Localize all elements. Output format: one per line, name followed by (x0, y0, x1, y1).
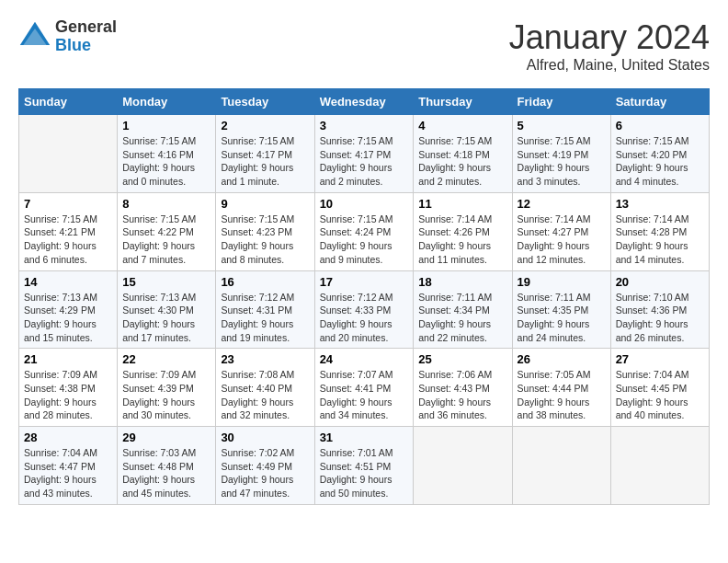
sunset-text: Sunset: 4:22 PM (122, 226, 194, 237)
calendar-cell: 12 Sunrise: 7:14 AM Sunset: 4:27 PM Dayl… (512, 192, 610, 270)
day-number: 9 (221, 197, 309, 211)
day-number: 29 (122, 431, 210, 444)
sunset-text: Sunset: 4:38 PM (24, 383, 96, 394)
sunset-text: Sunset: 4:19 PM (518, 149, 589, 160)
day-number: 5 (518, 119, 606, 132)
sunset-text: Sunset: 4:43 PM (418, 383, 490, 394)
sunset-text: Sunset: 4:18 PM (418, 149, 490, 160)
daylight-text: Daylight: 9 hours and 20 minutes. (320, 318, 392, 343)
sunrise-text: Sunrise: 7:11 AM (518, 292, 591, 303)
daylight-text: Daylight: 9 hours and 32 minutes. (221, 396, 293, 421)
sunset-text: Sunset: 4:51 PM (320, 461, 392, 472)
cell-content: Sunrise: 7:09 AM Sunset: 4:38 PM Dayligh… (24, 368, 112, 422)
daylight-text: Daylight: 9 hours and 24 minutes. (518, 318, 590, 343)
day-number: 17 (320, 275, 409, 289)
calendar-cell: 16 Sunrise: 7:12 AM Sunset: 4:31 PM Dayl… (216, 270, 314, 349)
sunrise-text: Sunrise: 7:13 AM (24, 292, 97, 303)
sunset-text: Sunset: 4:31 PM (221, 304, 292, 316)
calendar-cell: 15 Sunrise: 7:13 AM Sunset: 4:30 PM Dayl… (118, 270, 216, 349)
daylight-text: Daylight: 9 hours and 30 minutes. (122, 396, 195, 421)
calendar-cell: 21 Sunrise: 7:09 AM Sunset: 4:38 PM Dayl… (19, 349, 118, 427)
cell-content: Sunrise: 7:07 AM Sunset: 4:41 PM Dayligh… (320, 368, 409, 422)
daylight-text: Daylight: 9 hours and 3 minutes. (518, 162, 590, 187)
cell-content: Sunrise: 7:03 AM Sunset: 4:48 PM Dayligh… (122, 446, 210, 500)
sunrise-text: Sunrise: 7:07 AM (320, 369, 393, 380)
daylight-text: Daylight: 9 hours and 45 minutes. (122, 474, 195, 499)
cell-content: Sunrise: 7:12 AM Sunset: 4:31 PM Dayligh… (221, 291, 309, 345)
calendar-cell: 9 Sunrise: 7:15 AM Sunset: 4:23 PM Dayli… (216, 192, 314, 270)
cell-content: Sunrise: 7:15 AM Sunset: 4:24 PM Dayligh… (320, 213, 409, 267)
daylight-text: Daylight: 9 hours and 50 minutes. (320, 474, 392, 499)
cell-content: Sunrise: 7:02 AM Sunset: 4:49 PM Dayligh… (221, 446, 309, 500)
month-title: January 2024 (509, 18, 710, 57)
sunrise-text: Sunrise: 7:02 AM (221, 447, 294, 458)
cell-content: Sunrise: 7:10 AM Sunset: 4:36 PM Dayligh… (616, 291, 704, 345)
sunrise-text: Sunrise: 7:15 AM (122, 213, 196, 224)
calendar-cell (414, 427, 512, 505)
location-text: Alfred, Maine, United States (509, 57, 710, 74)
cell-content: Sunrise: 7:06 AM Sunset: 4:43 PM Dayligh… (418, 368, 506, 422)
daylight-text: Daylight: 9 hours and 36 minutes. (418, 396, 491, 421)
calendar-cell: 26 Sunrise: 7:05 AM Sunset: 4:44 PM Dayl… (512, 349, 610, 427)
sunset-text: Sunset: 4:29 PM (24, 304, 96, 316)
calendar-cell: 31 Sunrise: 7:01 AM Sunset: 4:51 PM Dayl… (314, 427, 414, 505)
sunrise-text: Sunrise: 7:04 AM (24, 447, 97, 458)
calendar-cell: 5 Sunrise: 7:15 AM Sunset: 4:19 PM Dayli… (512, 115, 610, 193)
daylight-text: Daylight: 9 hours and 7 minutes. (122, 240, 195, 265)
logo: General Blue (18, 18, 117, 55)
daylight-text: Daylight: 9 hours and 12 minutes. (518, 240, 590, 265)
sunrise-text: Sunrise: 7:05 AM (518, 369, 591, 380)
calendar-cell (19, 115, 118, 193)
cell-content: Sunrise: 7:13 AM Sunset: 4:30 PM Dayligh… (122, 291, 210, 345)
calendar-cell: 20 Sunrise: 7:10 AM Sunset: 4:36 PM Dayl… (610, 270, 709, 349)
cell-content: Sunrise: 7:09 AM Sunset: 4:39 PM Dayligh… (122, 368, 210, 422)
header-wednesday: Wednesday (314, 89, 414, 115)
day-number: 13 (616, 197, 704, 211)
daylight-text: Daylight: 9 hours and 2 minutes. (320, 162, 392, 187)
calendar-cell (610, 427, 709, 505)
sunset-text: Sunset: 4:47 PM (24, 461, 96, 472)
daylight-text: Daylight: 9 hours and 6 minutes. (24, 240, 97, 265)
cell-content: Sunrise: 7:05 AM Sunset: 4:44 PM Dayligh… (518, 368, 606, 422)
sunset-text: Sunset: 4:27 PM (518, 226, 589, 237)
daylight-text: Daylight: 9 hours and 2 minutes. (418, 162, 491, 187)
daylight-text: Daylight: 9 hours and 17 minutes. (122, 318, 195, 343)
cell-content: Sunrise: 7:11 AM Sunset: 4:35 PM Dayligh… (518, 291, 606, 345)
sunset-text: Sunset: 4:20 PM (616, 149, 688, 160)
cell-content: Sunrise: 7:13 AM Sunset: 4:29 PM Dayligh… (24, 291, 112, 345)
cell-content: Sunrise: 7:15 AM Sunset: 4:18 PM Dayligh… (418, 134, 506, 189)
day-number: 15 (122, 275, 210, 289)
cell-content: Sunrise: 7:14 AM Sunset: 4:28 PM Dayligh… (616, 213, 704, 267)
calendar-table: Sunday Monday Tuesday Wednesday Thursday… (18, 88, 710, 505)
calendar-cell: 8 Sunrise: 7:15 AM Sunset: 4:22 PM Dayli… (118, 192, 216, 270)
calendar-week-3: 14 Sunrise: 7:13 AM Sunset: 4:29 PM Dayl… (19, 270, 710, 349)
sunset-text: Sunset: 4:16 PM (122, 149, 194, 160)
day-number: 20 (616, 275, 704, 289)
logo-icon (18, 20, 51, 53)
calendar-cell: 18 Sunrise: 7:11 AM Sunset: 4:34 PM Dayl… (414, 270, 512, 349)
sunset-text: Sunset: 4:35 PM (518, 304, 589, 316)
daylight-text: Daylight: 9 hours and 34 minutes. (320, 396, 392, 421)
sunrise-text: Sunrise: 7:15 AM (518, 135, 591, 146)
sunrise-text: Sunrise: 7:12 AM (320, 292, 393, 303)
calendar-cell: 29 Sunrise: 7:03 AM Sunset: 4:48 PM Dayl… (118, 427, 216, 505)
sunrise-text: Sunrise: 7:11 AM (418, 292, 492, 303)
sunrise-text: Sunrise: 7:06 AM (418, 369, 492, 380)
day-number: 22 (122, 352, 210, 366)
day-number: 16 (221, 275, 309, 289)
sunrise-text: Sunrise: 7:15 AM (616, 135, 689, 146)
daylight-text: Daylight: 9 hours and 28 minutes. (24, 396, 97, 421)
header-monday: Monday (118, 89, 216, 115)
cell-content: Sunrise: 7:01 AM Sunset: 4:51 PM Dayligh… (320, 446, 409, 500)
sunrise-text: Sunrise: 7:15 AM (221, 213, 294, 224)
sunset-text: Sunset: 4:28 PM (616, 226, 688, 237)
daylight-text: Daylight: 9 hours and 19 minutes. (221, 318, 293, 343)
cell-content: Sunrise: 7:15 AM Sunset: 4:19 PM Dayligh… (518, 134, 606, 189)
sunset-text: Sunset: 4:17 PM (221, 149, 292, 160)
sunset-text: Sunset: 4:40 PM (221, 383, 292, 394)
sunrise-text: Sunrise: 7:13 AM (122, 292, 196, 303)
header-sunday: Sunday (19, 89, 118, 115)
daylight-text: Daylight: 9 hours and 9 minutes. (320, 240, 392, 265)
header-row: Sunday Monday Tuesday Wednesday Thursday… (19, 89, 710, 115)
day-number: 1 (122, 119, 210, 132)
